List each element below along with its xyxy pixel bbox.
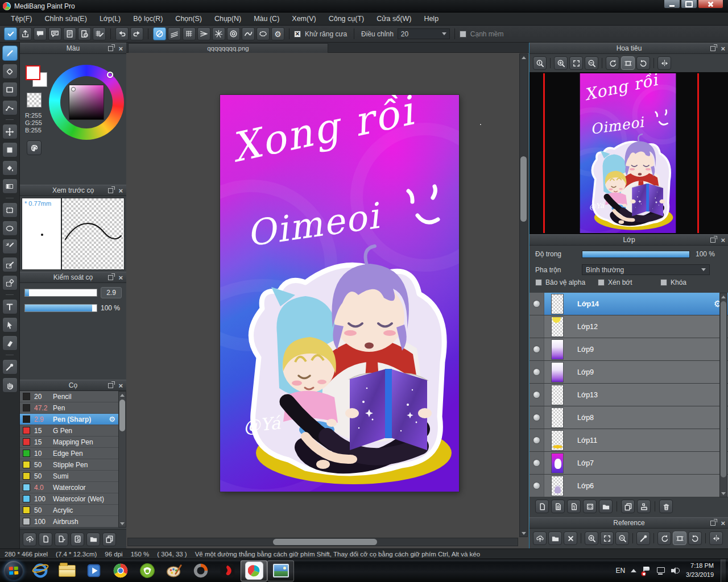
menu-item[interactable]: Chỉnh sửa(E) xyxy=(39,13,93,24)
transparent-color-swatch[interactable] xyxy=(27,93,42,107)
brush-tool[interactable] xyxy=(2,45,18,61)
layer-list-scrollbar[interactable] xyxy=(719,293,727,497)
chat-button[interactable] xyxy=(48,27,61,40)
brush-row[interactable]: 4.0 Watercolor ⚙ xyxy=(20,482,118,493)
polyline-tool[interactable] xyxy=(2,100,18,115)
reference-fit-button[interactable] xyxy=(600,531,614,545)
snap-ellipse-button[interactable] xyxy=(257,27,270,40)
close-window-button[interactable] xyxy=(698,0,723,9)
brush-folder-button[interactable] xyxy=(86,533,100,546)
popout-icon[interactable] xyxy=(108,383,113,388)
rotate-left-button[interactable] xyxy=(606,56,619,70)
lasso-tool[interactable] xyxy=(2,221,18,236)
layer-row[interactable]: Lớp8 ⚙ xyxy=(530,406,728,429)
layer-opacity-slider[interactable] xyxy=(582,251,690,258)
layer-visibility-toggle[interactable] xyxy=(530,293,544,315)
close-icon[interactable]: × xyxy=(118,187,123,194)
brush-cloud-upload-button[interactable] xyxy=(23,533,36,546)
reference-open-button[interactable] xyxy=(548,531,562,545)
brush-row[interactable]: 100 Watercolor (Wet) ⚙ xyxy=(20,493,118,505)
canvas-area[interactable]: qqqqqqqq.png xyxy=(126,43,529,548)
halftone-layer-button[interactable] xyxy=(583,500,597,513)
brush-size-slider[interactable] xyxy=(24,289,97,297)
snap-settings-button[interactable]: ⚙ xyxy=(271,27,284,40)
layer-visibility-toggle[interactable] xyxy=(530,361,544,383)
layer-visibility-toggle[interactable] xyxy=(530,384,544,406)
show-desktop-button[interactable] xyxy=(721,559,726,582)
duplicate-brush-button[interactable] xyxy=(102,533,116,546)
select-eraser-tool[interactable] xyxy=(2,275,18,290)
edit-grid-button[interactable] xyxy=(93,27,106,40)
zoom-actual-button[interactable] xyxy=(533,56,547,70)
language-indicator[interactable]: EN xyxy=(615,567,625,575)
eyedropper-tool[interactable] xyxy=(2,359,18,375)
menu-item[interactable]: Tệp(F) xyxy=(5,13,39,24)
brush-row[interactable]: 20 Pencil ⚙ xyxy=(20,391,118,402)
brush-settings-icon[interactable]: ⚙ xyxy=(109,415,115,423)
popout-icon[interactable] xyxy=(710,521,715,526)
comment-button[interactable] xyxy=(34,27,47,40)
brush-row[interactable]: 2.9 Pen (Sharp) ⚙ xyxy=(20,414,118,425)
object-select-tool[interactable] xyxy=(2,317,18,332)
close-icon[interactable]: × xyxy=(721,45,725,52)
save-button[interactable] xyxy=(4,27,17,40)
reference-reset-view-button[interactable] xyxy=(673,531,686,545)
popout-icon[interactable] xyxy=(108,46,113,51)
reference-clear-button[interactable] xyxy=(564,531,577,545)
tray-expand-icon[interactable] xyxy=(631,569,636,572)
eraser-slant-tool[interactable] xyxy=(2,335,18,351)
text-tool[interactable] xyxy=(2,299,18,314)
new-1bit-layer-button[interactable] xyxy=(567,500,581,513)
blend-mode-dropdown[interactable]: Bình thường xyxy=(582,264,710,275)
duplicate-layer-button[interactable] xyxy=(621,500,635,513)
layer-row[interactable]: Lớp9 ⚙ xyxy=(530,338,728,361)
new-layer-button[interactable] xyxy=(535,500,549,513)
brush-row[interactable]: 50 Acrylic ⚙ xyxy=(20,505,118,516)
menu-item[interactable]: Cửa sổ(W) xyxy=(370,13,417,24)
layer-row[interactable]: Lớp7 ⚙ xyxy=(530,452,728,475)
taskbar-app-media-player[interactable] xyxy=(80,559,107,582)
scrollbar-thumb[interactable] xyxy=(520,156,527,222)
action-center-flag-icon[interactable] xyxy=(642,567,651,575)
taskbar-app-file-explorer[interactable] xyxy=(53,559,80,582)
fit-screen-button[interactable] xyxy=(569,56,583,70)
canvas-vertical-scrollbar[interactable] xyxy=(519,53,528,537)
taskbar-app-chrome[interactable] xyxy=(107,559,134,582)
new-8bit-layer-button[interactable] xyxy=(551,500,565,513)
snap-curve-button[interactable] xyxy=(242,27,255,40)
popout-icon[interactable] xyxy=(108,188,113,193)
eraser-tool[interactable] xyxy=(2,64,18,79)
close-icon[interactable]: × xyxy=(118,382,123,389)
layer-visibility-toggle[interactable] xyxy=(530,452,544,474)
menu-item[interactable]: Công cụ(T) xyxy=(322,13,371,24)
close-icon[interactable]: × xyxy=(118,45,123,52)
brush-size-value[interactable]: 2.9 xyxy=(101,287,122,298)
document-tab[interactable]: qqqqqqqq.png xyxy=(128,43,328,53)
brush-row[interactable]: 10 Edge Pen ⚙ xyxy=(20,448,118,459)
layer-visibility-toggle[interactable] xyxy=(530,338,544,360)
snap-concentric-button[interactable] xyxy=(227,27,240,40)
maximize-button[interactable] xyxy=(681,0,697,9)
scroll-up-icon[interactable] xyxy=(520,54,527,61)
scrollbar-thumb[interactable] xyxy=(119,400,125,431)
close-icon[interactable]: × xyxy=(118,274,123,281)
brush-row[interactable]: 15 Mapping Pen ⚙ xyxy=(20,436,118,448)
notes-button[interactable] xyxy=(63,27,76,40)
scroll-down-icon[interactable] xyxy=(119,520,126,527)
snap-radial-button[interactable] xyxy=(212,27,225,40)
zoom-out-button[interactable] xyxy=(585,56,598,70)
layer-visibility-toggle[interactable] xyxy=(530,406,544,429)
layer-row[interactable]: Lớp11 ⚙ xyxy=(530,429,728,452)
merge-layer-button[interactable] xyxy=(637,500,651,513)
taskbar-app-coc-coc[interactable] xyxy=(134,559,160,582)
script-brush-button[interactable] xyxy=(71,533,84,546)
redo-button[interactable] xyxy=(130,27,143,40)
scrollbar-thumb[interactable] xyxy=(273,539,377,545)
menu-item[interactable]: Chụp(N) xyxy=(208,13,247,24)
clipping-checkbox[interactable] xyxy=(598,279,605,286)
layer-row[interactable]: Lớp12 ⚙ xyxy=(530,315,728,338)
reference-flip-button[interactable] xyxy=(709,531,723,545)
snap-parallel-button[interactable] xyxy=(168,27,181,40)
fill-rect-tool[interactable] xyxy=(2,142,18,157)
popout-icon[interactable] xyxy=(710,238,715,243)
